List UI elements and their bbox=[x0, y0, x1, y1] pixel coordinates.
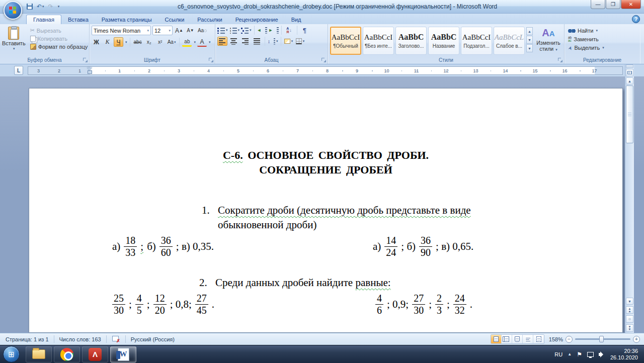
style-no-spacing[interactable]: AaBbCcI¶Без инте... bbox=[363, 27, 394, 55]
font-color-button[interactable]: А bbox=[197, 37, 207, 47]
style-normal[interactable]: AaBbCcI¶Обычный bbox=[330, 27, 361, 55]
bullets-button[interactable]: ▾ bbox=[217, 26, 228, 35]
dialog-launcher-icon[interactable] bbox=[209, 58, 213, 62]
cut-button[interactable]: ✂Вырезать bbox=[29, 27, 90, 34]
zoom-slider-thumb[interactable] bbox=[599, 336, 604, 342]
vertical-scrollbar[interactable]: ▲ ▼ ▲▲ ○ ▼▼ bbox=[625, 64, 634, 333]
language-indicator[interactable]: Русский (Россия) bbox=[129, 336, 176, 342]
style-subtitle[interactable]: AaBbCcIПодзагол... bbox=[461, 27, 492, 55]
next-page-button[interactable]: ▼▼ bbox=[626, 324, 633, 332]
tab-insert[interactable]: Вставка bbox=[61, 15, 95, 24]
help-button[interactable]: ? bbox=[632, 15, 640, 23]
zoom-out-button[interactable]: − bbox=[566, 336, 573, 343]
taskbar-explorer-button[interactable] bbox=[26, 346, 52, 362]
close-button[interactable]: ✕ bbox=[621, 0, 641, 9]
volume-icon[interactable] bbox=[599, 351, 605, 357]
dialog-launcher-icon[interactable] bbox=[83, 58, 88, 62]
outline-view-button[interactable] bbox=[523, 335, 533, 343]
scrollbar-thumb[interactable] bbox=[626, 85, 633, 143]
redo-button[interactable]: ↷ bbox=[47, 3, 55, 11]
undo-button[interactable]: ↶▾ bbox=[35, 3, 46, 11]
multilevel-list-button[interactable]: ▾ bbox=[241, 26, 252, 35]
increase-indent-button[interactable]: ► bbox=[269, 26, 279, 35]
align-center-button[interactable] bbox=[229, 37, 239, 46]
style-heading[interactable]: AaBbCЗаголово... bbox=[395, 27, 427, 55]
find-button[interactable]: Найти▾ bbox=[567, 27, 606, 34]
shading-button[interactable]: ▾ bbox=[284, 37, 294, 46]
tray-clock[interactable]: 20:36 26.10.2020 bbox=[610, 348, 638, 361]
grow-font-button[interactable]: А▲ bbox=[174, 26, 184, 35]
print-layout-view-button[interactable] bbox=[491, 335, 502, 343]
tab-references[interactable]: Ссылки bbox=[158, 15, 191, 24]
scroll-up-button[interactable]: ▲ bbox=[626, 77, 633, 84]
numbering-button[interactable]: ▾ bbox=[229, 26, 240, 35]
replace-button[interactable]: abacЗаменить bbox=[567, 36, 606, 43]
align-left-button[interactable] bbox=[217, 37, 227, 46]
tab-stop-selector[interactable]: L bbox=[14, 66, 23, 75]
tab-review[interactable]: Рецензирование bbox=[229, 15, 285, 24]
underline-button[interactable]: Ч bbox=[114, 37, 123, 47]
network-icon[interactable] bbox=[587, 352, 594, 357]
justify-button[interactable] bbox=[252, 37, 262, 46]
tray-expand-icon[interactable]: ▲ bbox=[568, 352, 572, 356]
document-page[interactable]: С-6. ОСНОВНОЕ СВОЙСТВО ДРОБИ. СОКРАЩЕНИЕ… bbox=[29, 88, 623, 333]
full-screen-reading-view-button[interactable] bbox=[502, 335, 512, 343]
start-button[interactable]: ⊞ bbox=[3, 346, 20, 362]
qat-customize-button[interactable]: ▾ bbox=[56, 4, 61, 9]
split-handle[interactable] bbox=[626, 64, 633, 68]
shrink-font-button[interactable]: А▼ bbox=[186, 26, 195, 35]
align-right-button[interactable] bbox=[240, 37, 251, 46]
strikethrough-button[interactable]: abc bbox=[133, 37, 143, 47]
superscript-button[interactable]: x² bbox=[155, 37, 165, 47]
spellcheck-icon[interactable] bbox=[112, 336, 120, 342]
paste-button[interactable]: Вставить ▾ bbox=[2, 26, 26, 56]
select-browse-object-button[interactable]: ○ bbox=[626, 315, 633, 323]
word-count[interactable]: Число слов: 163 bbox=[58, 336, 103, 342]
action-center-flag-icon[interactable]: ⚑ bbox=[577, 351, 582, 358]
tab-home[interactable]: Главная bbox=[26, 15, 61, 24]
zoom-in-button[interactable]: + bbox=[633, 336, 640, 343]
format-painter-button[interactable]: Формат по образцу bbox=[29, 43, 90, 50]
change-styles-button[interactable]: AA Изменить стили ▾ bbox=[535, 26, 562, 56]
taskbar-acrobat-button[interactable]: Λ bbox=[82, 346, 108, 362]
draft-view-button[interactable] bbox=[533, 335, 544, 343]
highlight-button[interactable]: ab bbox=[182, 37, 192, 47]
gallery-up-button[interactable]: ▲ bbox=[526, 27, 533, 35]
tab-mailings[interactable]: Рассылки bbox=[191, 15, 228, 24]
horizontal-ruler[interactable]: 321 1234567891011121314151617 bbox=[28, 66, 623, 75]
copy-button[interactable]: Копировать bbox=[29, 35, 90, 42]
sort-button[interactable]: АЯ↓ bbox=[284, 26, 294, 35]
borders-button[interactable]: ▾ bbox=[295, 37, 305, 46]
show-marks-button[interactable]: ¶ bbox=[300, 26, 310, 35]
zoom-slider[interactable] bbox=[575, 338, 630, 340]
gallery-expand-button[interactable]: ▼ bbox=[526, 44, 533, 52]
restore-button[interactable]: ❐ bbox=[606, 0, 620, 9]
gallery-down-button[interactable]: ▼ bbox=[526, 36, 533, 44]
bold-button[interactable]: Ж bbox=[92, 37, 101, 47]
previous-page-button[interactable]: ▲▲ bbox=[626, 306, 633, 314]
zoom-level[interactable]: 158% bbox=[547, 336, 563, 342]
line-spacing-button[interactable]: ↕▾ bbox=[268, 37, 278, 46]
italic-button[interactable]: К bbox=[103, 37, 112, 47]
minimize-button[interactable]: — bbox=[591, 0, 605, 9]
taskbar-chrome-button[interactable] bbox=[54, 346, 80, 362]
dialog-launcher-icon[interactable] bbox=[321, 58, 326, 62]
save-button[interactable] bbox=[25, 3, 34, 10]
clear-formatting-button[interactable]: Aa◌ bbox=[197, 26, 208, 35]
page-indicator[interactable]: Страница: 1 из 1 bbox=[4, 336, 50, 342]
change-case-button[interactable]: Aa▾ bbox=[167, 37, 177, 47]
font-family-combo[interactable]: Times New Roman▾ bbox=[92, 26, 151, 35]
tab-page-layout[interactable]: Разметка страницы bbox=[95, 15, 158, 24]
tray-language-indicator[interactable]: RU bbox=[554, 351, 562, 357]
style-title[interactable]: AaBbCНазвание bbox=[428, 27, 459, 55]
style-subtle-emphasis[interactable]: AaBbCcLСлабое в... bbox=[494, 27, 525, 55]
left-indent-marker[interactable] bbox=[88, 70, 92, 74]
dialog-launcher-icon[interactable] bbox=[558, 58, 562, 62]
office-button[interactable] bbox=[4, 1, 22, 20]
subscript-button[interactable]: x₂ bbox=[144, 37, 154, 47]
view-ruler-toggle-button[interactable] bbox=[626, 69, 633, 76]
scroll-down-button[interactable]: ▼ bbox=[626, 298, 633, 305]
decrease-indent-button[interactable]: ◄ bbox=[257, 26, 267, 35]
web-layout-view-button[interactable] bbox=[512, 335, 523, 343]
select-button[interactable]: ➤Выделить▾ bbox=[567, 44, 606, 51]
